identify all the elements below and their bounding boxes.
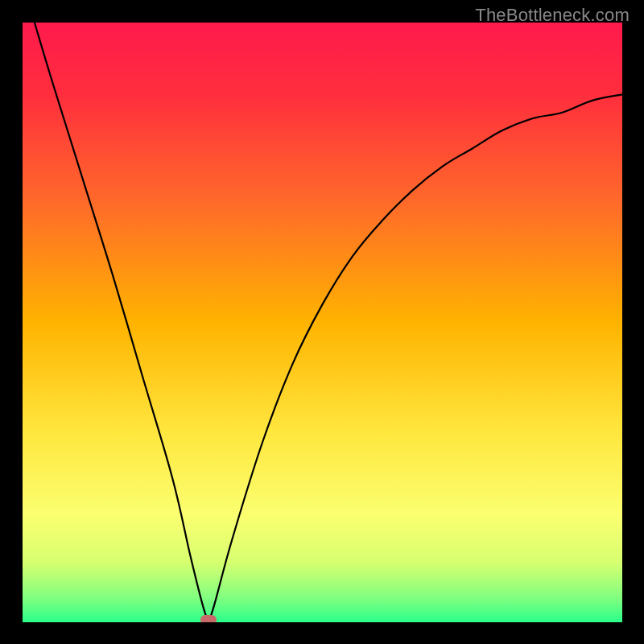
chart-plot-area: [23, 23, 622, 622]
minimum-marker: [200, 615, 217, 622]
watermark-text: TheBottleneck.com: [475, 5, 630, 26]
bottleneck-curve: [23, 23, 622, 622]
